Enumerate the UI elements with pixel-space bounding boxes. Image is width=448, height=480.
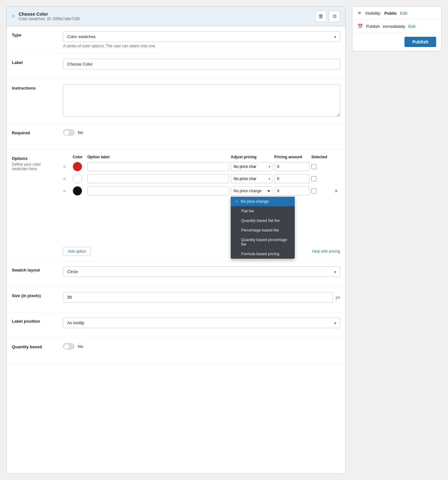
row2-selected-checkbox[interactable] — [311, 176, 316, 181]
sidebar-box: 👁 Visibility: Public Edit 📅 Publish imme… — [352, 6, 442, 51]
copy-button[interactable]: ⧉ — [329, 11, 340, 22]
delete-button[interactable]: 🗑 — [315, 11, 327, 22]
options-header: Color Option label Adjust pricing Pricin… — [63, 155, 340, 162]
visibility-edit-link[interactable]: Edit — [400, 11, 407, 16]
swatch-layout-select[interactable]: Circle Square — [63, 266, 340, 277]
col-pricing-amount: Pricing amount — [274, 155, 309, 159]
row3-drag-icon[interactable]: ≡ — [63, 188, 71, 193]
dropdown-item-qty-pct-fee[interactable]: Quantity based percentage fee — [231, 235, 295, 249]
panel-title: Choose Color — [19, 12, 80, 17]
row1-color-swatch[interactable] — [73, 162, 82, 171]
col-selected: Selected — [311, 155, 331, 159]
dropdown-item-formula[interactable]: Formula based pricing — [231, 249, 295, 259]
calendar-icon: 📅 — [357, 24, 363, 29]
publish-btn-row: Publish — [352, 33, 441, 51]
dropdown-item-pct-fee[interactable]: Percentage based fee — [231, 225, 295, 235]
size-input[interactable] — [63, 292, 333, 303]
form-body: Type Color swatches Buttons Radio Dropdo… — [7, 26, 345, 364]
row2-drag-icon[interactable]: ≡ — [63, 176, 71, 181]
row2-label-input[interactable] — [87, 174, 229, 183]
delete-icon: 🗑 — [318, 13, 324, 19]
required-row: Required No — [7, 124, 345, 150]
size-row: Size (in pixels) px — [7, 287, 345, 312]
row1-pricing-select[interactable]: No price char Flat fee Quantity based fl… — [231, 162, 272, 171]
label-position-label: Label position — [7, 312, 58, 338]
panel-subtitle: Color swatches ID: 62f0e7a6e7336 — [19, 17, 80, 21]
type-row: Type Color swatches Buttons Radio Dropdo… — [7, 26, 345, 54]
row3-pricing-chevron: ▾ — [268, 189, 269, 193]
panel-header: ≡ Choose Color Color swatches ID: 62f0e7… — [7, 7, 345, 26]
dropdown-item-no-price-change[interactable]: No price change — [231, 197, 295, 206]
col-adjust-pricing: Adjust pricing — [231, 155, 272, 159]
help-with-pricing-link[interactable]: Help with pricing — [312, 249, 340, 254]
publish-label: Publish — [366, 24, 380, 29]
quantity-based-label: Quantity based — [7, 338, 58, 363]
instructions-field — [58, 79, 345, 124]
swatch-layout-row: Swatch layout Circle Square — [7, 261, 345, 287]
instructions-textarea[interactable] — [63, 84, 340, 116]
row1-drag-icon[interactable]: ≡ — [63, 164, 71, 169]
row1-selected-checkbox[interactable] — [311, 164, 316, 169]
size-unit: px — [336, 295, 340, 300]
row3-pricing-wrapper: No price change ▾ No price change Flat f… — [231, 186, 272, 195]
dropdown-item-flat-fee[interactable]: Flat fee — [231, 206, 295, 216]
col-color: Color — [73, 155, 85, 159]
row1-label-input[interactable] — [87, 162, 229, 171]
label-position-row: Label position As tooltip Below swatch H… — [7, 312, 345, 338]
option-row-1: ≡ No price char Flat fee Quantity based … — [63, 162, 340, 171]
row2-amount-input[interactable] — [274, 174, 309, 183]
row3-label-input[interactable] — [87, 186, 229, 195]
row2-color-swatch[interactable] — [73, 174, 82, 184]
add-option-button[interactable]: Add option — [63, 247, 91, 256]
row3-amount-input[interactable] — [274, 186, 309, 195]
type-label: Type — [7, 26, 58, 53]
copy-icon: ⧉ — [333, 13, 336, 19]
pricing-dropdown: No price change Flat fee Quantity based … — [231, 197, 295, 259]
quantity-based-toggle[interactable] — [63, 343, 75, 350]
publish-button[interactable]: Publish — [404, 37, 436, 47]
required-field: No — [58, 124, 345, 149]
options-field: Color Option label Adjust pricing Pricin… — [58, 150, 345, 261]
publish-row: 📅 Publish immediately Edit — [352, 20, 441, 33]
options-sub-label: Define your color swatches here. — [12, 162, 53, 171]
option-row-2: ≡ No price char Flat fee Quantity based … — [63, 174, 340, 184]
drag-handle-icon[interactable]: ≡ — [12, 13, 15, 19]
instructions-label: Instructions — [7, 79, 58, 124]
row3-pricing-display[interactable]: No price change ▾ — [231, 186, 272, 195]
required-label: Required — [7, 124, 58, 149]
row2-pricing-select[interactable]: No price char Flat fee Quantity based fl… — [231, 174, 272, 183]
sidebar: 👁 Visibility: Public Edit 📅 Publish imme… — [352, 6, 442, 474]
options-row: Options Define your color swatches here.… — [7, 150, 345, 261]
panel-actions: 🗑 ⧉ — [315, 11, 340, 22]
quantity-based-field: No — [58, 338, 345, 363]
col-option-label: Option label — [87, 155, 229, 159]
dropdown-item-qty-flat-fee[interactable]: Quantity based flat fee — [231, 216, 295, 225]
quantity-based-toggle-label: No — [78, 344, 83, 349]
publish-immediately: immediately — [383, 24, 405, 29]
label-label: Label — [7, 54, 58, 79]
visibility-value: Public — [384, 11, 397, 16]
size-label: Size (in pixels) — [7, 287, 58, 312]
publish-edit-link[interactable]: Edit — [408, 24, 415, 29]
label-field — [58, 54, 345, 79]
label-row: Label — [7, 54, 345, 79]
label-position-select[interactable]: As tooltip Below swatch Hidden — [63, 318, 340, 328]
row3-selected-checkbox[interactable] — [311, 188, 316, 193]
option-row-3: ≡ No price change ▾ No price change F — [63, 186, 340, 196]
row3-color-swatch[interactable] — [73, 186, 82, 196]
label-input[interactable] — [63, 59, 340, 69]
type-select[interactable]: Color swatches Buttons Radio Dropdown — [63, 31, 340, 42]
visibility-row: 👁 Visibility: Public Edit — [352, 7, 441, 20]
row2-pricing-wrapper: No price char Flat fee Quantity based fl… — [231, 174, 272, 183]
label-position-field: As tooltip Below swatch Hidden — [58, 312, 345, 338]
swatch-layout-field: Circle Square — [58, 261, 345, 287]
size-field: px — [58, 287, 345, 312]
required-toggle[interactable] — [63, 129, 75, 136]
options-label: Options Define your color swatches here. — [7, 150, 58, 177]
visibility-label: Visibility: — [365, 11, 381, 16]
row1-amount-input[interactable] — [274, 162, 309, 171]
row3-remove-button[interactable]: ✕ — [332, 188, 340, 193]
row1-pricing-wrapper: No price char Flat fee Quantity based fl… — [231, 162, 272, 171]
eye-icon: 👁 — [357, 11, 362, 16]
options-footer: Add option Help with pricing — [63, 247, 340, 256]
